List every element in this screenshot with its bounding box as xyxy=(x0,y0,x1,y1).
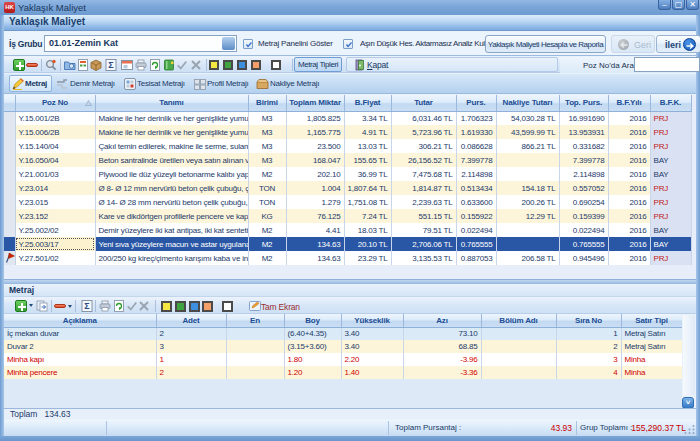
svg-text:Σ: Σ xyxy=(84,301,90,311)
svg-text:Σ: Σ xyxy=(108,60,114,70)
